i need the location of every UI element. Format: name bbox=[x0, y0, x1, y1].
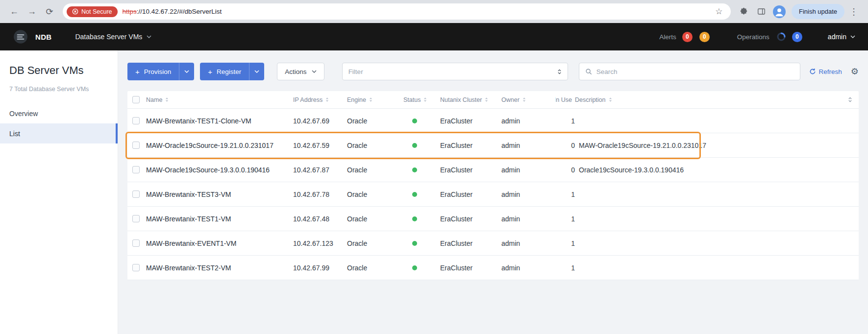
table-row[interactable]: MAW-Brewtanix-TEST1-VM10.42.67.48OracleE… bbox=[127, 207, 859, 231]
back-icon[interactable]: ← bbox=[6, 3, 23, 20]
cell-in-use: 1 bbox=[555, 264, 575, 272]
operations-label[interactable]: Operations bbox=[737, 33, 769, 41]
cell-in-use: 1 bbox=[555, 239, 575, 247]
cell-engine: Oracle bbox=[347, 215, 403, 223]
register-dropdown-caret[interactable] bbox=[249, 63, 264, 80]
search-field bbox=[579, 63, 800, 80]
cell-name: MAW-Brewtanix-TEST3-VM bbox=[146, 191, 293, 198]
row-checkbox[interactable] bbox=[127, 117, 146, 124]
column-header-description[interactable]: Description bbox=[575, 96, 841, 103]
cell-ip-address: 10.42.67.78 bbox=[293, 191, 347, 198]
dbserver-table: NameIP AddressEngineStatusNutanix Cluste… bbox=[127, 91, 859, 280]
page-title: DB Server VMs bbox=[0, 64, 118, 77]
filter-select[interactable]: Filter bbox=[342, 63, 568, 80]
status-indicator bbox=[403, 216, 440, 221]
cell-nutanix-cluster: EraCluster bbox=[440, 117, 501, 125]
finish-update-button[interactable]: Finish update bbox=[792, 4, 844, 19]
chevron-down-icon bbox=[850, 35, 855, 38]
row-checkbox[interactable] bbox=[127, 142, 146, 149]
cell-in-use: 1 bbox=[555, 215, 575, 223]
provision-button[interactable]: + Provision bbox=[127, 63, 179, 80]
cell-nutanix-cluster: EraCluster bbox=[440, 215, 501, 223]
row-checkbox[interactable] bbox=[127, 191, 146, 198]
cell-engine: Oracle bbox=[347, 191, 403, 198]
row-checkbox[interactable] bbox=[127, 239, 146, 247]
table-row[interactable]: MAW-Oracle19cSource-19.21.0.0.23101710.4… bbox=[127, 133, 859, 158]
table-header-row: NameIP AddressEngineStatusNutanix Cluste… bbox=[127, 91, 859, 109]
row-checkbox[interactable] bbox=[127, 215, 146, 222]
provision-dropdown-caret[interactable] bbox=[179, 63, 194, 80]
actions-button[interactable]: Actions bbox=[277, 63, 324, 80]
column-header-nutanix-cluster[interactable]: Nutanix Cluster bbox=[440, 96, 501, 103]
status-indicator bbox=[403, 167, 440, 172]
cell-ip-address: 10.42.67.59 bbox=[293, 142, 347, 149]
refresh-label: Refresh bbox=[819, 68, 842, 75]
refresh-button[interactable]: Refresh bbox=[809, 68, 842, 75]
column-header-engine[interactable]: Engine bbox=[347, 96, 403, 103]
user-name: admin bbox=[828, 33, 846, 41]
sidebar-item-overview[interactable]: Overview bbox=[0, 103, 118, 123]
table-row[interactable]: MAW-Oracle19cSource-19.3.0.0.19041610.42… bbox=[127, 158, 859, 182]
column-header-ip-address[interactable]: IP Address bbox=[293, 96, 347, 103]
cell-name: MAW-Brewtanix-TEST1-VM bbox=[146, 215, 293, 223]
cell-engine: Oracle bbox=[347, 142, 403, 149]
cell-owner: admin bbox=[501, 142, 555, 149]
cell-owner: admin bbox=[501, 239, 555, 247]
toolbar: + Provision + Register Actions bbox=[127, 63, 859, 80]
row-checkbox[interactable] bbox=[127, 166, 146, 173]
cell-owner: admin bbox=[501, 166, 555, 174]
sidebar: DB Server VMs 7 Total Database Server VM… bbox=[0, 50, 118, 334]
row-checkbox[interactable] bbox=[127, 264, 146, 271]
reload-icon[interactable]: ⟳ bbox=[41, 3, 58, 20]
cell-nutanix-cluster: EraCluster bbox=[440, 239, 501, 247]
alerts-critical-badge[interactable]: 0 bbox=[682, 32, 693, 42]
table-row[interactable]: MAW-Brewtanix-EVENT1-VM10.42.67.123Oracl… bbox=[127, 231, 859, 256]
bookmark-star-icon[interactable]: ☆ bbox=[712, 5, 726, 19]
gear-icon[interactable]: ⚙ bbox=[851, 67, 859, 76]
operations-count-badge[interactable]: 0 bbox=[792, 32, 802, 42]
provision-button-label: Provision bbox=[144, 68, 172, 75]
status-indicator bbox=[403, 119, 440, 123]
table-row[interactable]: MAW-Brewtanix-TEST2-VM10.42.67.99OracleE… bbox=[127, 256, 859, 280]
select-all-checkbox[interactable] bbox=[127, 96, 146, 103]
cell-nutanix-cluster: EraCluster bbox=[440, 166, 501, 174]
column-header-status[interactable]: Status bbox=[403, 96, 440, 103]
sidebar-item-list[interactable]: List bbox=[0, 123, 118, 143]
cell-nutanix-cluster: EraCluster bbox=[440, 264, 501, 272]
alerts-label[interactable]: Alerts bbox=[659, 33, 676, 41]
context-dropdown[interactable]: Database Server VMs bbox=[75, 33, 151, 41]
column-header-name[interactable]: Name bbox=[146, 96, 293, 103]
ndb-logo-icon[interactable] bbox=[13, 29, 28, 45]
select-arrows-icon bbox=[557, 69, 562, 75]
table-row[interactable]: MAW-Brewtanix-TEST3-VM10.42.67.78OracleE… bbox=[127, 182, 859, 207]
url-text: https://10.42.67.22/#/dbServerList bbox=[123, 8, 712, 15]
cell-ip-address: 10.42.67.123 bbox=[293, 239, 347, 247]
alerts-warning-badge[interactable]: 0 bbox=[699, 32, 710, 42]
browser-menu-icon[interactable]: ⋮ bbox=[845, 3, 862, 20]
register-button-label: Register bbox=[217, 68, 241, 75]
column-sort-icon[interactable] bbox=[841, 96, 859, 103]
user-menu[interactable]: admin bbox=[828, 33, 855, 41]
column-header-owner[interactable]: Owner bbox=[501, 96, 555, 103]
profile-avatar[interactable] bbox=[771, 3, 788, 20]
not-secure-badge[interactable]: Not Secure bbox=[67, 6, 118, 17]
forward-icon[interactable]: → bbox=[24, 3, 40, 20]
cell-name: MAW-Brewtanix-TEST2-VM bbox=[146, 264, 293, 272]
column-header-in-use[interactable]: In Use bbox=[555, 96, 575, 103]
address-bar[interactable]: Not Secure https://10.42.67.22/#/dbServe… bbox=[63, 3, 731, 20]
status-up-dot bbox=[412, 167, 417, 172]
side-panel-icon[interactable] bbox=[753, 3, 770, 20]
search-input[interactable] bbox=[596, 68, 794, 75]
table-row[interactable]: MAW-Brewtanix-TEST1-Clone-VM10.42.67.69O… bbox=[127, 109, 859, 133]
actions-button-label: Actions bbox=[285, 68, 306, 75]
operations-progress-icon bbox=[776, 32, 786, 42]
cell-engine: Oracle bbox=[347, 264, 403, 272]
status-indicator bbox=[403, 192, 440, 197]
cell-description: Oracle19cSource-19.3.0.0.190416 bbox=[575, 166, 841, 174]
register-button[interactable]: + Register bbox=[200, 63, 249, 80]
browser-toolbar: ← → ⟳ Not Secure https://10.42.67.22/#/d… bbox=[0, 0, 868, 23]
extensions-icon[interactable] bbox=[736, 3, 752, 20]
refresh-icon bbox=[809, 68, 816, 75]
brand-name: NDB bbox=[35, 33, 51, 41]
cell-name: MAW-Brewtanix-EVENT1-VM bbox=[146, 239, 293, 247]
